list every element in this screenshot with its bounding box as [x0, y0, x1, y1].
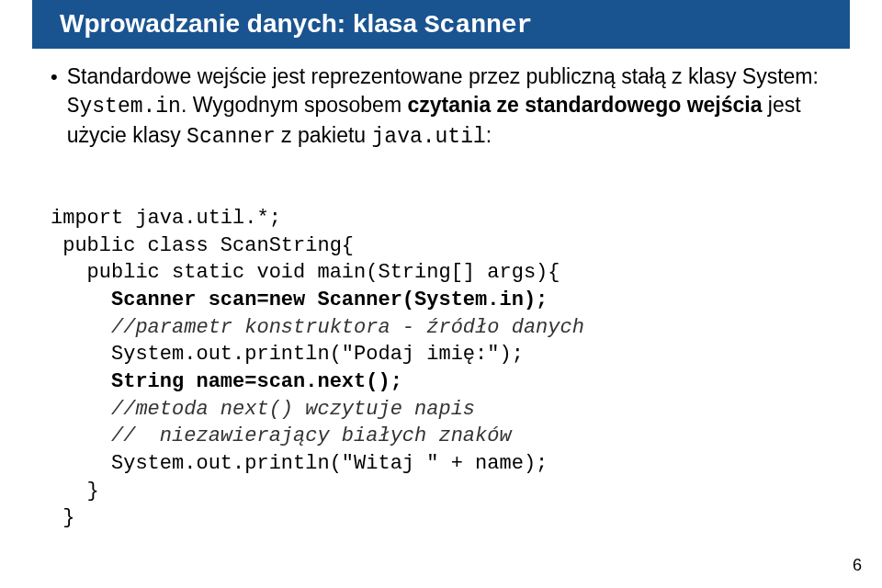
code-line: System.out.println("Witaj " + name);	[51, 452, 548, 475]
code-line-bold: Scanner scan=new Scanner(System.in);	[51, 288, 548, 311]
code-line: }	[51, 506, 74, 529]
code-line: }	[51, 480, 99, 503]
bullet-paragraph: • Standardowe wejście jest reprezentowan…	[51, 62, 831, 152]
para-mono2: Scanner	[187, 125, 276, 149]
code-comment: //metoda next() wczytuje napis	[51, 398, 475, 421]
para-mono1: System.in	[67, 95, 181, 119]
slide-content: • Standardowe wejście jest reprezentowan…	[0, 49, 882, 560]
para-t1: Standardowe wejście jest reprezentowane …	[67, 64, 819, 88]
para-t2: . Wygodnym sposobem	[181, 93, 408, 117]
code-comment: // niezawierający białych znaków	[51, 424, 512, 447]
code-line: public static void main(String[] args){	[51, 261, 560, 284]
code-line: public class ScanString{	[51, 234, 354, 257]
page-number: 6	[853, 556, 862, 575]
paragraph-text: Standardowe wejście jest reprezentowane …	[67, 62, 831, 152]
code-comment: //parametr konstruktora - źródło danych	[51, 316, 584, 339]
code-line: System.out.println("Podaj imię:");	[51, 343, 524, 366]
code-block: import java.util.*; public class ScanStr…	[51, 177, 831, 560]
title-mono: Scanner	[424, 11, 533, 40]
para-t5: :	[486, 123, 492, 147]
para-mono3: java.util	[372, 125, 486, 149]
para-t4: z pakietu	[276, 123, 372, 147]
slide-title: Wprowadzanie danych: klasa Scanner	[32, 0, 850, 49]
para-bold1: czytania ze standardowego wejścia	[407, 93, 762, 117]
code-line-bold: String name=scan.next();	[51, 370, 402, 393]
bullet-icon: •	[51, 64, 58, 91]
title-text: Wprowadzanie danych: klasa	[60, 9, 424, 38]
code-line: import java.util.*;	[51, 207, 281, 230]
